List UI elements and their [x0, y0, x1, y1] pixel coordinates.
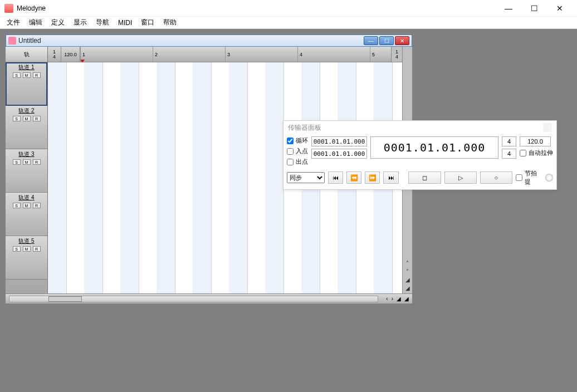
track-name: 轨道 3 [8, 150, 45, 158]
document-statusbar: ‹ › ◢ ◢ [6, 293, 412, 303]
doc-maximize-button[interactable]: ☐ [379, 36, 394, 45]
tempo-field[interactable]: 120.0 [520, 136, 551, 146]
record-arm-button[interactable]: R [33, 203, 41, 208]
bar-ruler[interactable]: 12345 [80, 47, 391, 62]
record-arm-button[interactable]: R [33, 72, 41, 78]
track-header: 轨 [6, 47, 47, 62]
track-column: 轨 轨道 1SMR轨道 2SMR轨道 3SMR轨道 4SMR轨道 5SMR [6, 47, 48, 293]
timesig-denominator-field[interactable]: 4 [502, 149, 516, 159]
loop-end-field[interactable]: 0001.01.01.000 [311, 149, 367, 159]
app-title: Melodyne [17, 4, 496, 12]
transport-title: 传输器面板 [288, 123, 321, 133]
document-title: Untitled [18, 37, 363, 45]
track-3[interactable]: 轨道 3SMR [6, 149, 47, 193]
menu-navigate[interactable]: 导航 [96, 18, 109, 27]
vscroll-down-icon[interactable]: ˅ [406, 268, 409, 275]
bar-label: 4 [297, 47, 302, 62]
menu-window[interactable]: 窗口 [141, 18, 154, 27]
transport-close-button[interactable] [543, 123, 552, 132]
stop-button[interactable]: ◻ [408, 171, 441, 184]
close-button[interactable]: ✕ [547, 0, 573, 17]
autostretch-checkbox[interactable]: 自动拉伸 [520, 149, 553, 157]
transport-panel[interactable]: 传输器面板 循环 入点 出点 0001.01.01.000 0001.01.01… [283, 120, 557, 190]
solo-button[interactable]: S [13, 203, 21, 208]
track-2[interactable]: 轨道 2SMR [6, 106, 47, 149]
metronome-led-icon [545, 174, 553, 182]
menu-help[interactable]: 帮助 [163, 18, 177, 27]
workspace: Untitled — ☐ ✕ 轨 轨道 1SMR轨道 2SMR轨道 3SMR轨道… [0, 29, 577, 392]
mute-button[interactable]: M [23, 72, 31, 78]
bar-label: 1 [80, 47, 85, 62]
hzoom-in-icon[interactable]: ◢ [397, 296, 401, 302]
hscroll-right-icon[interactable]: › [392, 296, 393, 302]
doc-close-button[interactable]: ✕ [395, 36, 409, 45]
track-name: 轨道 2 [8, 107, 45, 115]
play-button[interactable]: ▷ [444, 171, 477, 184]
main-titlebar: Melodyne — ☐ ✕ [0, 0, 577, 17]
vzoom-in-icon[interactable]: ◢ [405, 277, 410, 283]
record-button[interactable]: ○ [480, 171, 512, 184]
metronome-checkbox[interactable]: 节拍提 [516, 169, 542, 186]
track-name: 轨道 1 [8, 63, 45, 71]
skip-end-button[interactable]: ⏭ [383, 171, 398, 184]
out-checkbox[interactable]: 出点 [287, 158, 308, 166]
record-arm-button[interactable]: R [33, 246, 41, 252]
record-arm-button[interactable]: R [33, 159, 41, 165]
loop-checkbox[interactable]: 循环 [287, 136, 308, 145]
track-1[interactable]: 轨道 1SMR [6, 62, 47, 106]
track-name: 轨道 4 [8, 194, 45, 202]
bar-label: 5 [370, 47, 375, 62]
bar-label: 2 [153, 47, 158, 62]
menubar: 文件 编辑 定义 显示 导航 MIDI 窗口 帮助 [0, 17, 577, 29]
menu-file[interactable]: 文件 [7, 18, 20, 27]
rewind-button[interactable]: ⏪ [346, 171, 361, 184]
transport-header[interactable]: 传输器面板 [283, 121, 556, 134]
ruler[interactable]: 1 4 120.0 12345 1 4 [48, 47, 402, 62]
skip-start-button[interactable]: ⏮ [328, 171, 343, 184]
horizontal-scrollbar[interactable] [9, 296, 378, 302]
timesig-numerator-field[interactable]: 4 [502, 136, 516, 146]
timesig-right[interactable]: 1 4 [391, 47, 402, 62]
menu-define[interactable]: 定义 [51, 18, 65, 27]
hscroll-left-icon[interactable]: ‹ [386, 296, 388, 302]
document-titlebar[interactable]: Untitled — ☐ ✕ [6, 35, 412, 47]
solo-button[interactable]: S [13, 246, 21, 252]
doc-minimize-button[interactable]: — [364, 36, 378, 45]
bar-label: 3 [225, 47, 230, 62]
menu-edit[interactable]: 编辑 [29, 18, 42, 27]
mute-button[interactable]: M [23, 246, 31, 252]
sync-select[interactable]: 同步 [287, 172, 325, 183]
scrollbar-thumb[interactable] [48, 296, 82, 302]
mute-button[interactable]: M [23, 203, 31, 208]
track-4[interactable]: 轨道 4SMR [6, 193, 47, 236]
timesig[interactable]: 1 4 [48, 47, 61, 62]
vscroll-up-icon[interactable]: ˄ [406, 260, 409, 266]
menu-view[interactable]: 显示 [74, 18, 87, 27]
maximize-button[interactable]: ☐ [521, 0, 547, 17]
vzoom-out-icon[interactable]: ◢ [405, 285, 410, 291]
minimize-button[interactable]: — [496, 0, 521, 17]
app-icon [4, 4, 13, 13]
track-name: 轨道 5 [8, 237, 45, 245]
tempo-display[interactable]: 120.0 [61, 47, 80, 62]
forward-button[interactable]: ⏩ [365, 171, 380, 184]
solo-button[interactable]: S [13, 72, 21, 78]
solo-button[interactable]: S [13, 116, 21, 121]
loop-start-field[interactable]: 0001.01.01.000 [311, 136, 367, 146]
in-checkbox[interactable]: 入点 [287, 147, 308, 155]
document-icon [8, 37, 16, 45]
hzoom-out-icon[interactable]: ◢ [404, 296, 409, 302]
menu-midi[interactable]: MIDI [118, 19, 132, 27]
mute-button[interactable]: M [23, 159, 31, 165]
track-5[interactable]: 轨道 5SMR [6, 236, 47, 280]
position-display[interactable]: 0001.01.01.000 [370, 136, 498, 159]
record-arm-button[interactable]: R [33, 116, 41, 121]
mute-button[interactable]: M [23, 116, 31, 121]
solo-button[interactable]: S [13, 159, 21, 165]
